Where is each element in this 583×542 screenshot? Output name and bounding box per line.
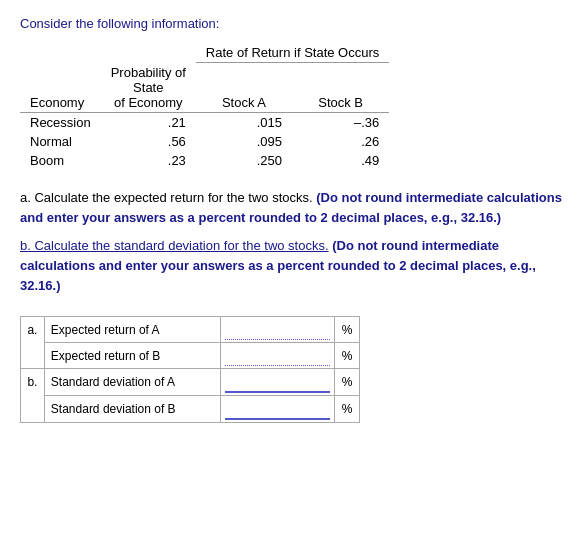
answer-row-stddev-a: b. Standard deviation of A % [21, 369, 360, 396]
stddev-b-label: Standard deviation of B [44, 396, 220, 423]
prob-recession: .21 [101, 112, 196, 132]
expected-return-a-input[interactable] [225, 319, 330, 339]
stock-b-recession: –.36 [292, 112, 389, 132]
expected-return-b-input-cell[interactable] [221, 343, 335, 369]
expected-return-a-label: Expected return of A [44, 317, 220, 343]
economy-recession: Recession [20, 112, 101, 132]
prob-col-header: Probability of State of Economy [101, 63, 196, 113]
stock-a-normal: .095 [196, 132, 292, 151]
stock-b-boom: .49 [292, 151, 389, 170]
stock-a-boom: .250 [196, 151, 292, 170]
expected-return-b-label: Expected return of B [44, 343, 220, 369]
stddev-a-input[interactable] [225, 371, 330, 391]
stddev-b-unit: % [335, 396, 360, 423]
answer-row-expected-a: a. Expected return of A % [21, 317, 360, 343]
answer-row-expected-b: Expected return of B % [21, 343, 360, 369]
data-table: Rate of Return if State Occurs Economy P… [20, 43, 389, 170]
questions-section: a. Calculate the expected return for the… [20, 188, 563, 297]
expected-return-b-unit: % [335, 343, 360, 369]
stddev-a-unit: % [335, 369, 360, 396]
stock-a-recession: .015 [196, 112, 292, 132]
expected-return-a-unit: % [335, 317, 360, 343]
question-b: b. Calculate the standard deviation for … [20, 236, 563, 296]
prob-boom: .23 [101, 151, 196, 170]
stock-b-normal: .26 [292, 132, 389, 151]
section-label-a: a. [21, 317, 45, 369]
answer-table-wrapper: a. Expected return of A % Expected retur… [20, 316, 563, 423]
answer-row-stddev-b: Standard deviation of B % [21, 396, 360, 423]
economy-boom: Boom [20, 151, 101, 170]
economy-normal: Normal [20, 132, 101, 151]
expected-return-a-input-cell[interactable] [221, 317, 335, 343]
table-row: Recession .21 .015 –.36 [20, 112, 389, 132]
intro-text: Consider the following information: [20, 16, 563, 31]
stock-b-col-header: Stock B [292, 63, 389, 113]
stock-a-col-header: Stock A [196, 63, 292, 113]
table-row: Boom .23 .250 .49 [20, 151, 389, 170]
stddev-b-input-cell[interactable] [221, 396, 335, 423]
answer-table: a. Expected return of A % Expected retur… [20, 316, 360, 423]
question-b-underline-text: b. Calculate the standard deviation for … [20, 238, 329, 253]
question-a: a. Calculate the expected return for the… [20, 188, 563, 228]
data-table-wrapper: Rate of Return if State Occurs Economy P… [20, 43, 563, 170]
stddev-b-input[interactable] [225, 398, 330, 418]
section-label-b: b. [21, 369, 45, 423]
rate-header: Rate of Return if State Occurs [196, 43, 389, 63]
question-a-normal-text: a. Calculate the expected return for the… [20, 190, 313, 205]
economy-col-header: Economy [20, 63, 101, 113]
prob-normal: .56 [101, 132, 196, 151]
stddev-a-input-cell[interactable] [221, 369, 335, 396]
stddev-a-label: Standard deviation of A [44, 369, 220, 396]
table-row: Normal .56 .095 .26 [20, 132, 389, 151]
expected-return-b-input[interactable] [225, 345, 330, 365]
